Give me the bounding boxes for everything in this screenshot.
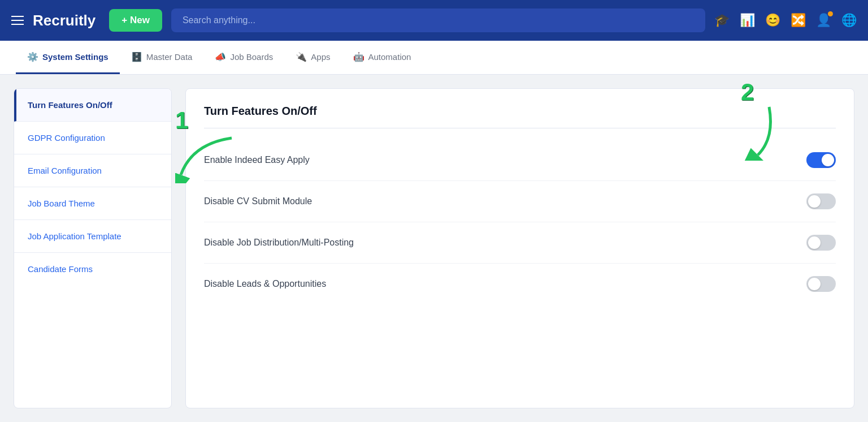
face-icon[interactable]: 😊 [765,13,780,28]
sidebar-item-job-app-template[interactable]: Job Application Template [14,220,171,253]
toggle-thumb-enable-indeed [822,154,834,166]
tab-apps-label: Apps [311,52,330,62]
tab-master-data-label: Master Data [146,52,193,62]
nav-icons: 🎓 📊 😊 🔀 👤 🌐 [714,13,857,28]
notification-dot [828,11,833,16]
profile-icon[interactable]: 👤 [816,13,831,28]
tab-apps[interactable]: 🔌 Apps [284,41,341,74]
tab-system-settings-label: System Settings [42,52,108,62]
megaphone-icon: 📣 [215,51,226,62]
sidebar-item-candidate-forms[interactable]: Candidate Forms [14,253,171,285]
feature-row-disable-cv: Disable CV Submit Module [204,181,836,222]
brand-logo: Recruitly [33,12,96,29]
toggle-disable-leads[interactable] [806,276,836,292]
sidebar-item-gdpr[interactable]: GDPR Configuration [14,122,171,154]
toggle-track-disable-job-dist [806,235,836,251]
feature-row-enable-indeed: Enable Indeed Easy Apply [204,140,836,181]
sidebar-item-candidate-forms-label: Candidate Forms [28,264,93,274]
toggle-track-disable-cv [806,193,836,209]
toggle-track-disable-leads [806,276,836,292]
tab-job-boards-label: Job Boards [230,52,273,62]
sidebar-item-gdpr-label: GDPR Configuration [28,133,105,143]
toggle-enable-indeed[interactable] [806,152,836,168]
sidebar-item-job-board-theme[interactable]: Job Board Theme [14,187,171,220]
feature-label-enable-indeed: Enable Indeed Easy Apply [204,155,310,165]
toggle-thumb-disable-job-dist [808,236,821,249]
settings-icon: ⚙️ [27,51,38,62]
sub-nav: ⚙️ System Settings 🗄️ Master Data 📣 Job … [0,41,868,75]
sidebar-item-job-app-template-label: Job Application Template [28,231,121,241]
feature-row-disable-job-dist: Disable Job Distribution/Multi-Posting [204,222,836,264]
top-nav: Recruitly + New 🎓 📊 😊 🔀 👤 🌐 [0,0,868,41]
tab-job-boards[interactable]: 📣 Job Boards [203,41,284,74]
feature-row-disable-leads: Disable Leads & Opportunities [204,264,836,304]
feature-label-disable-cv: Disable CV Submit Module [204,196,312,206]
sidebar: Turn Features On/Off GDPR Configuration … [14,88,172,408]
sidebar-item-turn-features-label: Turn Features On/Off [28,100,112,110]
toggle-disable-job-dist[interactable] [806,235,836,251]
tab-automation[interactable]: 🤖 Automation [342,41,423,74]
robot-icon: 🤖 [353,51,364,62]
content-panel: 2 Turn Features On/Off Enable Indeed Eas… [185,88,854,408]
toggle-track-enable-indeed [806,152,836,168]
toggle-disable-cv[interactable] [806,193,836,209]
tab-system-settings[interactable]: ⚙️ System Settings [16,41,120,74]
tab-automation-label: Automation [368,52,411,62]
network-icon[interactable]: 🔀 [791,13,806,28]
sidebar-item-job-board-theme-label: Job Board Theme [28,199,95,208]
search-input[interactable] [171,8,705,32]
sidebar-item-email-config-label: Email Configuration [28,166,102,175]
sidebar-item-turn-features[interactable]: Turn Features On/Off [14,89,171,122]
chart-icon[interactable]: 📊 [740,13,755,28]
main-content: 1 Turn Features On/Off GDPR Configuratio… [0,75,868,422]
toggle-thumb-disable-cv [808,195,821,208]
database-icon: 🗄️ [131,51,142,62]
sidebar-item-email-config[interactable]: Email Configuration [14,154,171,187]
feature-label-disable-leads: Disable Leads & Opportunities [204,279,326,289]
feature-label-disable-job-dist: Disable Job Distribution/Multi-Posting [204,238,354,248]
tab-master-data[interactable]: 🗄️ Master Data [120,41,204,74]
toggle-thumb-disable-leads [808,278,821,290]
globe-icon[interactable]: 🌐 [841,13,857,28]
panel-title: Turn Features On/Off [204,105,836,128]
plug-icon: 🔌 [296,51,307,62]
hamburger-menu[interactable] [11,16,24,25]
graduation-icon[interactable]: 🎓 [714,13,730,28]
new-button[interactable]: + New [109,9,162,32]
